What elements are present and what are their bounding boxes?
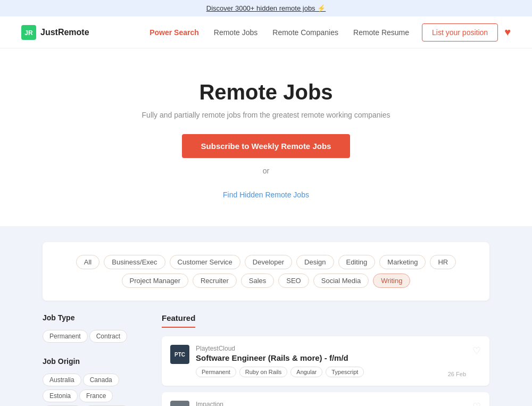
job-card[interactable]: IMP Impaction Remote Telecommute Technol… [162,392,489,406]
job-type-option[interactable]: Contract [89,330,127,343]
filter-tags: AllBusiness/ExecCustomer ServiceDevelope… [53,255,479,288]
job-tag: Permanent [196,367,236,377]
job-type-option[interactable]: Permanent [43,330,88,343]
banner-link[interactable]: Discover 3000+ hidden remote jobs ⚡ [206,4,326,12]
job-favorite-button[interactable]: ♡ [472,345,481,357]
job-type-title: Job Type [43,313,149,322]
company-name: Impaction [196,401,466,406]
filter-tag[interactable]: Customer Service [170,255,240,269]
company-logo: IMP [170,401,189,406]
main-container: AllBusiness/ExecCustomer ServiceDevelope… [32,242,500,406]
nav-remote-jobs[interactable]: Remote Jobs [214,28,257,37]
filter-tag[interactable]: Developer [245,255,292,269]
job-origin-section: Job Origin AustraliaCanadaEstoniaFranceG… [43,357,149,406]
job-title: Software Engineer (Rails & more) - f/m/d [196,353,466,362]
sidebar: Job Type PermanentContract Job Origin Au… [43,313,149,406]
filter-tag[interactable]: Sales [241,274,275,288]
filter-tag[interactable]: Writing [373,274,410,288]
origin-option[interactable]: France [79,390,113,402]
jobs-container: PTC PlaytestCloud Software Engineer (Rai… [162,336,489,406]
favorites-button[interactable]: ♥ [504,26,511,38]
nav-remote-resume[interactable]: Remote Resume [353,28,409,37]
filter-card: AllBusiness/ExecCustomer ServiceDevelope… [43,242,489,301]
job-date: 26 Feb [448,371,466,377]
origin-option[interactable]: Estonia [43,390,78,402]
subscribe-button[interactable]: Subscribe to Weekly Remote Jobs [182,134,351,158]
hero-section: Remote Jobs Fully and partially remote j… [0,48,532,226]
job-tag: Angular [290,367,322,377]
find-hidden-jobs-link[interactable]: Find Hidden Remote Jobs [223,190,309,199]
filter-tag[interactable]: Business/Exec [104,255,165,269]
filter-tag[interactable]: Design [296,255,334,269]
filter-tag[interactable]: Recruiter [193,274,237,288]
origin-option[interactable]: Canada [83,374,119,386]
job-favorite-button[interactable]: ♡ [472,401,481,406]
job-type-section: Job Type PermanentContract [43,313,149,344]
filter-tag[interactable]: Marketing [379,255,426,269]
content-grid: Job Type PermanentContract Job Origin Au… [43,313,489,406]
origin-option[interactable]: Australia [43,374,81,386]
logo-text: JustRemote [40,28,89,37]
job-card[interactable]: PTC PlaytestCloud Software Engineer (Rai… [162,336,489,386]
logo-icon: JR [21,25,36,40]
filter-tag[interactable]: All [76,255,99,269]
svg-text:JR: JR [24,29,33,37]
job-tag: Typescript [326,367,364,377]
logo[interactable]: JR JustRemote [21,25,89,40]
company-name: PlaytestCloud [196,345,466,352]
hero-subtitle: Fully and partially remote jobs from the… [11,111,521,119]
filter-tag[interactable]: SEO [278,274,309,288]
job-types: PermanentContract [43,328,149,344]
job-origin-title: Job Origin [43,357,149,366]
list-position-button[interactable]: List your position [422,23,498,42]
jobs-panel: Featured PTC PlaytestCloud Software Engi… [162,313,489,406]
filter-tag[interactable]: Editing [338,255,376,269]
featured-label: Featured [162,313,195,328]
origins: AustraliaCanadaEstoniaFranceGermanyHong … [43,372,149,406]
filter-tag[interactable]: Social Media [313,274,369,288]
job-tags: PermanentRuby on RailsAngularTypescript [196,367,364,377]
nav-links: Power Search Remote Jobs Remote Companie… [149,28,409,37]
hero-or: or [11,167,521,175]
top-banner: Discover 3000+ hidden remote jobs ⚡ [0,0,532,16]
company-logo: PTC [170,345,189,364]
nav-remote-companies[interactable]: Remote Companies [272,28,338,37]
filter-tag[interactable]: Project Manager [122,274,188,288]
nav-power-search[interactable]: Power Search [149,28,199,37]
hero-title: Remote Jobs [11,80,521,104]
job-tag: Ruby on Rails [239,367,287,377]
filter-tag[interactable]: HR [430,255,456,269]
navbar: JR JustRemote Power Search Remote Jobs R… [0,16,532,48]
